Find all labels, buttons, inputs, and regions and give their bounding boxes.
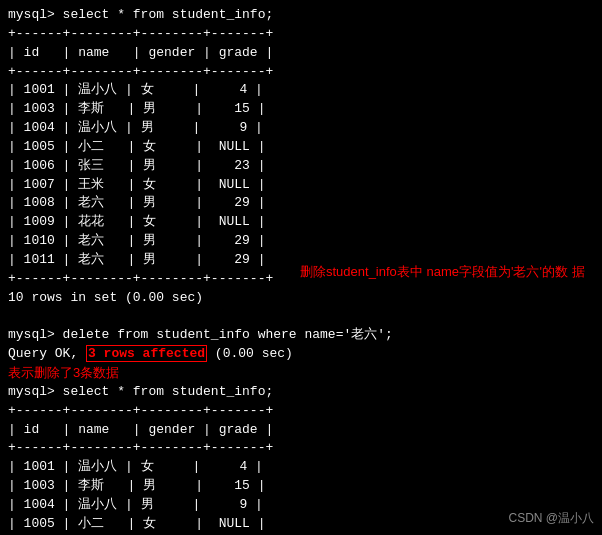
table2-row-0: | 1001 | 温小八 | 女 | 4 | (8, 458, 594, 477)
table1-border-mid: +------+--------+--------+-------+ (8, 63, 594, 82)
rows-affected-badge: 3 rows affected (86, 345, 207, 362)
table2-row-2: | 1004 | 温小八 | 男 | 9 | (8, 496, 594, 515)
table1-row-2: | 1004 | 温小八 | 男 | 9 | (8, 119, 594, 138)
blank-1 (8, 308, 594, 327)
select-cmd-1: select * from student_info; (63, 7, 274, 22)
cmd-line-2: mysql> select * from student_info; (8, 383, 594, 402)
time-suffix: (0.00 sec) (207, 346, 293, 361)
table1-summary: 10 rows in set (0.00 sec) (8, 289, 594, 308)
table1-border-top: +------+--------+--------+-------+ (8, 25, 594, 44)
cmd-line-delete: mysql> delete from student_info where na… (8, 326, 594, 345)
query-ok-line: Query OK, 3 rows affected (0.00 sec) (8, 345, 594, 364)
terminal-window: mysql> select * from student_info; +----… (0, 0, 602, 535)
table1-row-6: | 1008 | 老六 | 男 | 29 | (8, 194, 594, 213)
rows-note: 表示删除了3条数据 (8, 364, 594, 383)
prompt-2: mysql> (8, 327, 63, 342)
table1-row-5: | 1007 | 王米 | 女 | NULL | (8, 176, 594, 195)
csdn-watermark: CSDN @温小八 (508, 510, 594, 527)
query-ok-text: Query OK, (8, 346, 86, 361)
table1-header: | id | name | gender | grade | (8, 44, 594, 63)
table1-row-0: | 1001 | 温小八 | 女 | 4 | (8, 81, 594, 100)
table1-row-4: | 1006 | 张三 | 男 | 23 | (8, 157, 594, 176)
table2-row-3: | 1005 | 小二 | 女 | NULL | (8, 515, 594, 534)
cmd-line-1: mysql> select * from student_info; (8, 6, 594, 25)
table2-border-mid: +------+--------+--------+-------+ (8, 439, 594, 458)
table2-border-top: +------+--------+--------+-------+ (8, 402, 594, 421)
table1-row-7: | 1009 | 花花 | 女 | NULL | (8, 213, 594, 232)
delete-cmd: delete from student_info where name='老六'… (63, 327, 393, 342)
select-cmd-2: select * from student_info; (63, 384, 274, 399)
table2-header: | id | name | gender | grade | (8, 421, 594, 440)
table1-row-1: | 1003 | 李斯 | 男 | 15 | (8, 100, 594, 119)
delete-annotation: 删除student_info表中 name字段值为'老六'的数 据 (300, 262, 585, 282)
prompt-1: mysql> (8, 7, 63, 22)
table2-row-1: | 1003 | 李斯 | 男 | 15 | (8, 477, 594, 496)
prompt-3: mysql> (8, 384, 63, 399)
table1-row-8: | 1010 | 老六 | 男 | 29 | (8, 232, 594, 251)
table1-row-3: | 1005 | 小二 | 女 | NULL | (8, 138, 594, 157)
